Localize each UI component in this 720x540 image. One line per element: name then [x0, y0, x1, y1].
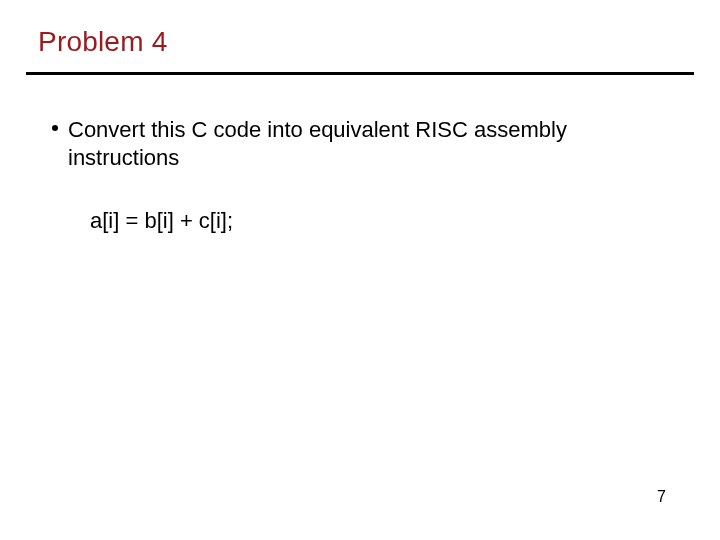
- slide-title: Problem 4: [38, 26, 167, 58]
- slide: Problem 4 Convert this C code into equiv…: [0, 0, 720, 540]
- title-underline: [26, 72, 694, 75]
- bullet-dot-icon: [52, 125, 58, 131]
- code-line: a[i] = b[i] + c[i];: [90, 208, 233, 234]
- bullet-item: Convert this C code into equivalent RISC…: [52, 116, 652, 172]
- page-number: 7: [657, 488, 666, 506]
- bullet-text: Convert this C code into equivalent RISC…: [68, 116, 652, 172]
